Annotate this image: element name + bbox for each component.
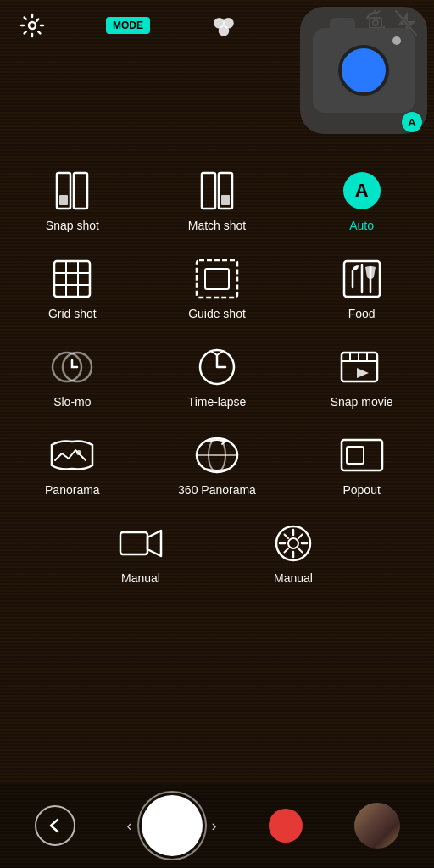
manual-photo-label: Manual [274,571,313,585]
manual-video-label: Manual [121,571,160,585]
camera-lens [338,45,389,96]
svg-rect-19 [197,260,237,298]
mode-time-lapse[interactable]: Time-lapse [166,346,268,409]
mode-manual-video[interactable]: Manual [90,522,192,585]
arrow-right-button[interactable]: › [212,817,217,835]
popout-label: Popout [342,483,380,497]
shutter-button[interactable] [142,795,203,856]
shutter-group: ‹ › [127,791,217,860]
auto-icon: A [337,170,387,212]
snap-movie-icon [337,346,387,388]
camera-bump [330,18,355,30]
timelapse-icon [192,346,242,388]
food-icon [337,258,387,300]
modes-row-4: Panorama 360 Panorama [0,434,434,497]
snap-movie-label: Snap movie [331,395,393,409]
auto-label: Auto [349,219,374,232]
match-shot-icon [192,170,242,212]
360-panorama-icon [192,434,242,476]
bottom-bar: ‹ › [0,783,434,868]
mode-grid-shot[interactable]: Grid shot [21,258,123,320]
modes-row-3: Slo-mo Time-lapse [0,346,434,409]
svg-point-0 [29,22,36,29]
gallery-thumbnail[interactable] [354,803,400,849]
svg-marker-41 [147,531,161,556]
mode-snap-movie[interactable]: Snap movie [311,346,413,409]
mode-slo-mo[interactable]: Slo-mo [21,346,123,409]
svg-rect-20 [205,269,229,289]
snap-shot-label: Snap shot [46,219,99,232]
guide-shot-icon [192,258,242,300]
svg-point-3 [219,25,230,36]
mode-food[interactable]: Food [311,258,413,320]
modes-row-2: Grid shot Guide shot [0,258,434,320]
record-button[interactable] [269,809,303,843]
mode-match-shot[interactable]: Match shot [166,170,268,232]
svg-point-34 [76,450,81,455]
settings-button[interactable] [17,10,47,41]
panorama-label: Panorama [45,483,100,497]
mode-guide-shot[interactable]: Guide shot [166,258,268,320]
svg-rect-40 [120,532,147,554]
shutter-outer[interactable] [137,791,207,860]
grid-shot-icon [47,258,97,300]
svg-rect-10 [59,195,68,205]
camera-logo: A [300,7,427,134]
modes-row-5: Manual Manual [0,522,434,585]
mode-panorama[interactable]: Panorama [21,434,123,497]
mode-auto[interactable]: A Auto [311,170,413,232]
svg-rect-11 [202,173,215,209]
group-icon-button[interactable] [209,10,239,41]
mode-popout[interactable]: Popout [311,434,413,497]
camera-flash-dot [392,36,401,45]
thumbnail-image [354,803,400,849]
slo-mo-icon [47,346,97,388]
mode-snap-shot[interactable]: Snap shot [21,170,123,232]
360-panorama-label: 360 Panorama [178,483,256,497]
svg-point-43 [288,538,298,548]
mode-manual-photo[interactable]: Manual [242,522,344,585]
mode-badge[interactable]: MODE [106,17,150,34]
food-label: Food [348,307,376,320]
popout-icon [337,434,387,476]
modes-container: Snap shot Match shot A Auto [0,161,434,619]
grid-shot-label: Grid shot [48,307,97,320]
svg-rect-39 [347,447,364,464]
svg-rect-9 [74,173,87,209]
guide-shot-label: Guide shot [188,307,246,320]
mode-360-panorama[interactable]: 360 Panorama [166,434,268,497]
panorama-icon [47,434,97,476]
svg-marker-33 [357,368,369,378]
manual-video-icon [115,522,166,565]
back-button[interactable] [35,805,75,846]
match-shot-label: Match shot [188,219,246,232]
time-lapse-label: Time-lapse [188,395,247,409]
slo-mo-label: Slo-mo [53,395,91,409]
modes-row-1: Snap shot Match shot A Auto [0,170,434,232]
auto-badge: A [402,112,422,132]
manual-photo-icon [268,522,319,565]
svg-rect-14 [54,261,90,297]
arrow-left-button[interactable]: ‹ [127,817,132,835]
svg-rect-13 [221,195,230,205]
svg-rect-38 [342,440,382,470]
snap-shot-icon [47,170,97,212]
